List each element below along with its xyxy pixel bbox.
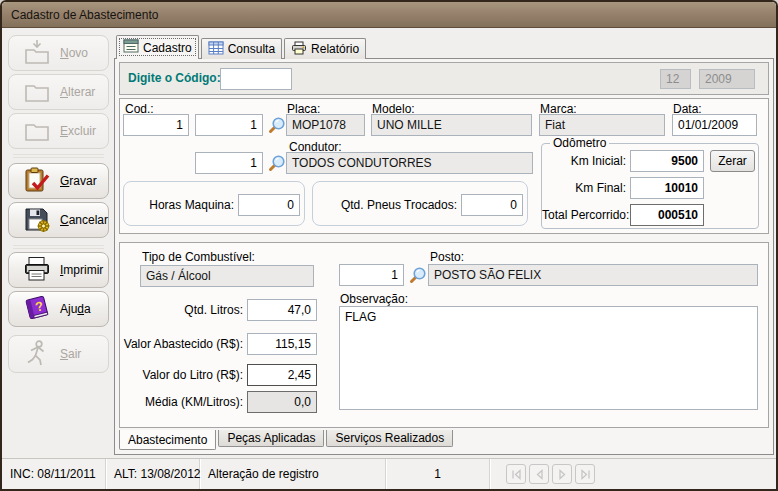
- app-window: Cadastro de Abastecimento Novo Alterar E…: [0, 0, 778, 491]
- delete-folder-icon: [22, 116, 52, 147]
- tab-cadastro[interactable]: Cadastro: [116, 35, 199, 59]
- tab-label: Relatório: [311, 42, 359, 56]
- odometro-group: Odômetro Km Inicial: 9500 Zerar Km Final…: [541, 143, 759, 229]
- condutor-code-field[interactable]: 1: [195, 152, 263, 174]
- qtd-litros-field[interactable]: 47,0: [247, 299, 317, 321]
- tipo-combustivel-label: Tipo de Combustível:: [142, 250, 255, 264]
- codigo-label: Digite o Código:: [128, 71, 221, 85]
- bottom-tabstrip: Abastecimento Peças Aplicadas Serviços R…: [119, 430, 455, 452]
- km-inicial-label: Km Inicial:: [542, 150, 626, 172]
- new-folder-icon: [22, 38, 52, 69]
- valor-litro-label: Valor do Litro (R$):: [120, 364, 243, 386]
- alterar-button[interactable]: Alterar: [8, 74, 109, 110]
- cadastro-tab-page: Digite o Código: 12 2009 Cod.: Placa: Mo…: [114, 58, 774, 455]
- year-field: 2009: [699, 69, 755, 89]
- tab-label: Consulta: [228, 42, 275, 56]
- status-message: Alteração de registro: [200, 459, 386, 489]
- sidebar-separator: [13, 154, 104, 158]
- help-book-icon: ?: [22, 294, 52, 325]
- form-icon: [123, 39, 139, 56]
- modelo-field: UNO MILLE: [371, 114, 532, 136]
- open-folder-icon: [22, 77, 52, 108]
- status-bar: INC: 08/11/2011 ALT: 13/08/2012 Alteraçã…: [2, 458, 776, 489]
- inc-date: INC: 08/11/2011: [2, 459, 106, 489]
- observacao-label: Observação:: [340, 292, 408, 306]
- nav-previous-button[interactable]: [529, 464, 549, 484]
- valor-abastecido-label: Valor Abastecido (R$):: [120, 333, 243, 355]
- main-tabstrip: Cadastro Consulta Relatório: [116, 35, 368, 59]
- horas-maquina-box: Horas Maquina: 0: [123, 181, 305, 226]
- nav-first-button[interactable]: [506, 464, 526, 484]
- fuel-panel: Tipo de Combustível: Gás / Álcool Posto:…: [119, 242, 769, 428]
- ajuda-button[interactable]: ? Ajuda: [8, 291, 109, 327]
- cancel-disk-icon: [22, 205, 52, 236]
- total-percorrido-field: 000510: [630, 204, 704, 226]
- total-percorrido-label: Total Percorrido:: [542, 204, 626, 226]
- odometro-title: Odômetro: [550, 136, 609, 150]
- media-field: 0,0: [247, 391, 317, 413]
- cancelar-button[interactable]: Cancelar: [8, 202, 109, 238]
- sair-button[interactable]: Sair: [8, 335, 109, 373]
- valor-litro-field[interactable]: 2,45: [247, 364, 317, 386]
- tab-relatorio[interactable]: Relatório: [284, 38, 366, 59]
- novo-button[interactable]: Novo: [8, 35, 109, 71]
- month-field: 12: [660, 69, 691, 89]
- tab-pecas-aplicadas[interactable]: Peças Aplicadas: [218, 430, 324, 447]
- km-inicial-field[interactable]: 9500: [630, 150, 704, 172]
- save-clipboard-icon: [22, 166, 52, 197]
- media-label: Média (KM/Litros):: [120, 391, 243, 413]
- horas-maquina-label: Horas Maquina:: [124, 194, 234, 216]
- printer-icon: [291, 41, 307, 58]
- imprimir-button[interactable]: Imprimir: [8, 252, 109, 288]
- vehicle-code-field[interactable]: 1: [195, 114, 263, 136]
- km-final-label: Km Final:: [542, 177, 626, 199]
- record-navigator: [506, 464, 598, 484]
- tab-abastecimento[interactable]: Abastecimento: [119, 430, 216, 450]
- zerar-button[interactable]: Zerar: [710, 150, 755, 172]
- window-title: Cadastro de Abastecimento: [11, 8, 158, 22]
- data-field[interactable]: 01/01/2009: [672, 114, 757, 136]
- condutor-field: TODOS CONDUTORRES: [286, 152, 533, 174]
- codigo-strip: Digite o Código: 12 2009: [119, 62, 769, 95]
- placa-field: MOP1078: [286, 114, 365, 136]
- search-posto-button[interactable]: [408, 266, 427, 285]
- observacao-textarea[interactable]: FLAG: [339, 306, 758, 410]
- pneus-box: Qtd. Pneus Trocados: 0: [312, 181, 528, 226]
- posto-field: POSTO SÃO FELIX: [428, 264, 758, 286]
- excluir-button[interactable]: Excluir: [8, 113, 109, 149]
- alt-date: ALT: 13/08/2012: [106, 459, 200, 489]
- tab-consulta[interactable]: Consulta: [201, 38, 282, 59]
- valor-abastecido-field[interactable]: 115,15: [247, 333, 317, 355]
- cod-field[interactable]: 1: [123, 114, 189, 136]
- sidebar-separator: [13, 245, 104, 249]
- pneus-label: Qtd. Pneus Trocados:: [313, 194, 457, 216]
- horas-maquina-field[interactable]: 0: [238, 194, 300, 216]
- nav-next-button[interactable]: [552, 464, 572, 484]
- record-number: 1: [386, 459, 490, 489]
- km-final-field[interactable]: 10010: [630, 177, 704, 199]
- gravar-button[interactable]: Gravar: [8, 163, 109, 199]
- qtd-litros-label: Qtd. Litros:: [120, 299, 243, 321]
- codigo-input[interactable]: [220, 68, 292, 90]
- posto-label: Posto:: [430, 250, 464, 264]
- printer-icon: [22, 255, 52, 286]
- tipo-combustivel-field: Gás / Álcool: [140, 265, 314, 287]
- search-vehicle-button[interactable]: [267, 116, 286, 135]
- tab-label: Cadastro: [143, 41, 192, 55]
- nav-last-button[interactable]: [575, 464, 595, 484]
- title-bar[interactable]: Cadastro de Abastecimento: [2, 2, 776, 28]
- vehicle-panel: Cod.: Placa: Modelo: Marca: Data: 1 1 MO…: [119, 98, 769, 234]
- grid-icon: [208, 41, 224, 58]
- pneus-field[interactable]: 0: [461, 194, 523, 216]
- posto-code-field[interactable]: 1: [339, 264, 404, 286]
- exit-runner-icon: [22, 339, 52, 370]
- search-condutor-button[interactable]: [267, 154, 286, 173]
- marca-field: Fiat: [539, 114, 665, 136]
- tab-servicos-realizados[interactable]: Serviços Realizados: [326, 430, 453, 447]
